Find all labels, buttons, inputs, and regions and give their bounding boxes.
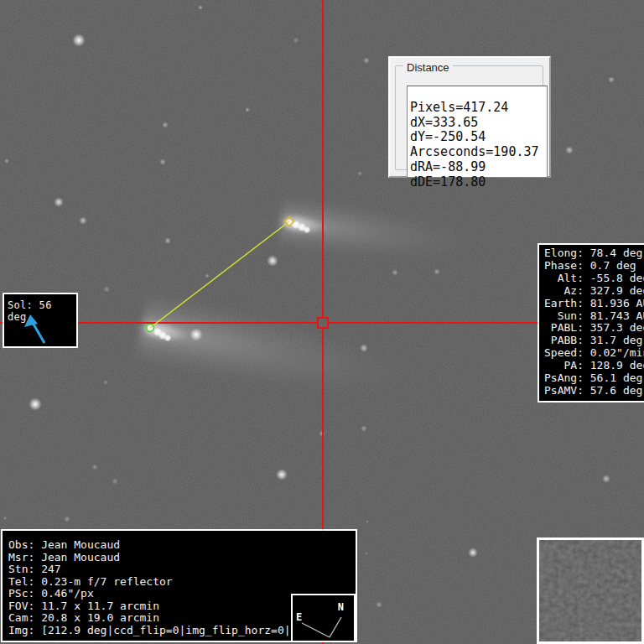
distance-dialog[interactable]: Distance Pixels=417.24 dX=333.65 dY=-250… <box>388 56 551 178</box>
measurement-line <box>150 221 289 328</box>
ephemeris-panel: Elong: 78.4 deg Phase: 0.7 deg Alt: -55.… <box>538 243 644 402</box>
sun-direction-panel: Sol: 56 deg <box>3 293 78 348</box>
distance-values-box: Pixels=417.24 dX=333.65 dY=-250.54 Arcse… <box>407 86 548 178</box>
magnifier-thumbnail <box>537 538 644 644</box>
compass-axes-icon <box>293 595 354 641</box>
distance-dialog-title: Distance <box>403 61 453 74</box>
magnifier-noise <box>539 540 641 641</box>
distance-groupbox: Distance Pixels=417.24 dX=333.65 dY=-250… <box>395 65 543 170</box>
astrometry-view: Sol: 56 deg Elong: 78.4 deg Phase: 0.7 d… <box>0 0 644 644</box>
distance-values: Pixels=417.24 dX=333.65 dY=-250.54 Arcse… <box>408 99 547 190</box>
crosshair-center-box <box>318 318 328 328</box>
ephemeris-values: Elong: 78.4 deg Phase: 0.7 deg Alt: -55.… <box>539 245 644 397</box>
compass-panel: N E <box>291 594 356 642</box>
sun-direction-arrow-icon <box>4 294 76 346</box>
